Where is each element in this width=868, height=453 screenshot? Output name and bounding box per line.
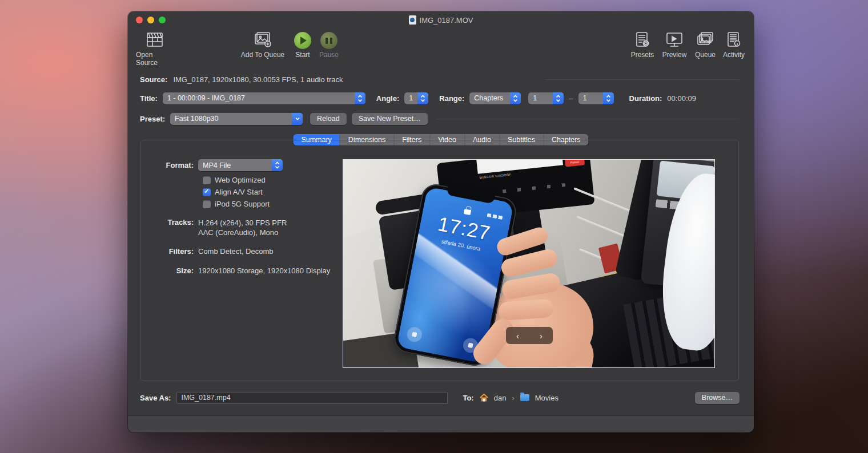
save-as-filename-input[interactable]: IMG_0187.mp4 xyxy=(176,392,448,404)
title-popup-value: 1 - 00:00:09 - IMG_0187 xyxy=(163,94,355,102)
phone-status-icons xyxy=(487,213,505,220)
to-label: To: xyxy=(463,394,473,402)
presets-button[interactable]: Presets xyxy=(628,27,657,59)
source-divider xyxy=(545,79,740,80)
stepper-updown-icon xyxy=(510,92,521,104)
preset-divider xyxy=(437,119,740,119)
movie-file-icon xyxy=(409,15,416,25)
filters-value: Comb Detect, Decomb xyxy=(198,247,274,256)
filters-label: Filters: xyxy=(141,247,198,256)
window-title: IMG_0187.MOV xyxy=(420,16,473,25)
preset-value: Fast 1080p30 xyxy=(170,115,292,123)
filters-row: Filters: Comb Detect, Decomb xyxy=(141,247,274,256)
stepper-updown-icon xyxy=(553,92,564,104)
stepper-updown-icon xyxy=(272,159,283,171)
open-source-label: Open Source xyxy=(136,51,174,67)
range-dash: – xyxy=(569,94,573,103)
handbrake-window: IMG_0187.MOV Open Source Add To Queue St… xyxy=(128,11,754,432)
activity-button[interactable]: Activity xyxy=(720,27,748,59)
title-label: Title: xyxy=(140,94,158,103)
range-label: Range: xyxy=(439,94,464,103)
next-frame-button[interactable]: › xyxy=(540,331,542,340)
tracks-audio: AAC (CoreAudio), Mono xyxy=(198,228,287,237)
preview-nav-overlay: ‹ › xyxy=(506,327,553,344)
clapperboard-icon xyxy=(145,27,164,49)
reload-button[interactable]: Reload xyxy=(310,113,347,125)
chevron-down-icon xyxy=(292,113,303,125)
title-row: Title: 1 - 00:00:09 - IMG_0187 Angle: 1 … xyxy=(140,92,696,104)
pause-icon xyxy=(320,27,337,49)
preview-image: ZEBRA Pomoc WINCOR NIXDORF xyxy=(343,159,715,368)
preset-row: Preset: Fast 1080p30 Reload Save New Pre… xyxy=(140,112,428,125)
tracks-label: Tracks: xyxy=(141,218,198,237)
start-button[interactable]: Start xyxy=(291,27,314,59)
preview-button[interactable]: Preview xyxy=(659,27,690,59)
save-new-preset-button[interactable]: Save New Preset… xyxy=(352,113,428,125)
angle-value: 1 xyxy=(404,94,417,102)
range-to-stepper[interactable]: 1 xyxy=(578,92,614,104)
duration-label: Duration: xyxy=(629,94,662,103)
pause-button: Pause xyxy=(316,27,341,59)
title-popup[interactable]: 1 - 00:00:09 - IMG_0187 xyxy=(163,92,365,104)
toolbar: Open Source Add To Queue Start Pause Pre… xyxy=(128,27,754,63)
checkbox-web-optimized[interactable]: Web Optimized xyxy=(203,176,266,184)
checkbox-icon xyxy=(203,200,211,208)
preview-label: Preview xyxy=(662,51,687,59)
format-row: Format: MP4 File xyxy=(141,161,283,171)
tracks-row: Tracks: H.264 (x264), 30 FPS PFR AAC (Co… xyxy=(141,218,287,237)
save-as-row: Save As: IMG_0187.mp4 To: dan › Movies B… xyxy=(140,391,740,404)
filename-value: IMG_0187.mp4 xyxy=(181,394,230,402)
size-label: Size: xyxy=(141,266,198,275)
pos-help-button: Pomoc xyxy=(564,159,585,167)
summary-panel: Format: MP4 File Web Optimized Align A/V… xyxy=(140,140,739,381)
flashlight-icon xyxy=(406,326,423,343)
queue-label: Queue xyxy=(695,51,716,59)
presets-gear-document-icon xyxy=(634,27,651,49)
queue-photos-icon xyxy=(696,27,715,49)
pos-buttons-row xyxy=(503,183,571,193)
pos-brand-text: WINCOR NIXDORF xyxy=(479,173,512,180)
hand-finger xyxy=(498,299,554,321)
preset-dropdown[interactable]: Fast 1080p30 xyxy=(170,113,303,125)
add-to-queue-button[interactable]: Add To Queue xyxy=(238,27,288,59)
stepper-updown-icon xyxy=(355,92,365,104)
source-value: IMG_0187, 1920x1080, 30.0053 FPS, 1 audi… xyxy=(173,75,343,84)
range-to-value: 1 xyxy=(578,94,603,102)
location-user[interactable]: dan xyxy=(494,394,507,402)
angle-stepper[interactable]: 1 xyxy=(404,92,428,104)
start-label: Start xyxy=(295,51,310,59)
window-title-area: IMG_0187.MOV xyxy=(128,15,754,25)
presets-label: Presets xyxy=(631,51,654,59)
start-play-icon xyxy=(294,27,311,49)
range-from-value: 1 xyxy=(528,94,553,102)
checkbox-label: iPod 5G Support xyxy=(215,200,270,208)
size-row: Size: 1920x1080 Storage, 1920x1080 Displ… xyxy=(141,266,330,275)
window-bottom-bar xyxy=(128,415,754,432)
checkbox-align-av-start[interactable]: Align A/V Start xyxy=(203,188,263,196)
checkbox-ipod-5g-support[interactable]: iPod 5G Support xyxy=(203,200,270,208)
range-from-stepper[interactable]: 1 xyxy=(528,92,564,104)
previous-frame-button[interactable]: ‹ xyxy=(516,331,519,340)
breadcrumb-separator: › xyxy=(512,394,514,402)
source-row: Source: IMG_0187, 1920x1080, 30.0053 FPS… xyxy=(140,74,343,84)
format-value: MP4 File xyxy=(198,161,272,169)
duration-value: 00:00:09 xyxy=(667,94,696,103)
browse-button[interactable]: Browse… xyxy=(695,392,740,404)
activity-label: Activity xyxy=(723,51,745,59)
checkbox-label: Web Optimized xyxy=(215,176,266,184)
pos-screen xyxy=(476,159,563,174)
preview-monitor-icon xyxy=(665,27,684,49)
queue-button[interactable]: Queue xyxy=(692,27,718,59)
format-label: Format: xyxy=(141,161,198,171)
lock-icon xyxy=(464,209,471,215)
range-type-popup[interactable]: Chapters xyxy=(469,92,521,104)
open-source-button[interactable]: Open Source xyxy=(136,27,174,67)
add-photos-icon xyxy=(253,27,272,49)
checkbox-label: Align A/V Start xyxy=(215,188,263,196)
stepper-updown-icon xyxy=(603,92,614,104)
location-folder[interactable]: Movies xyxy=(535,394,558,402)
format-popup[interactable]: MP4 File xyxy=(198,159,283,171)
tracks-video: H.264 (x264), 30 FPS PFR xyxy=(198,218,287,228)
movies-folder-icon xyxy=(520,394,529,401)
source-label: Source: xyxy=(140,75,167,84)
